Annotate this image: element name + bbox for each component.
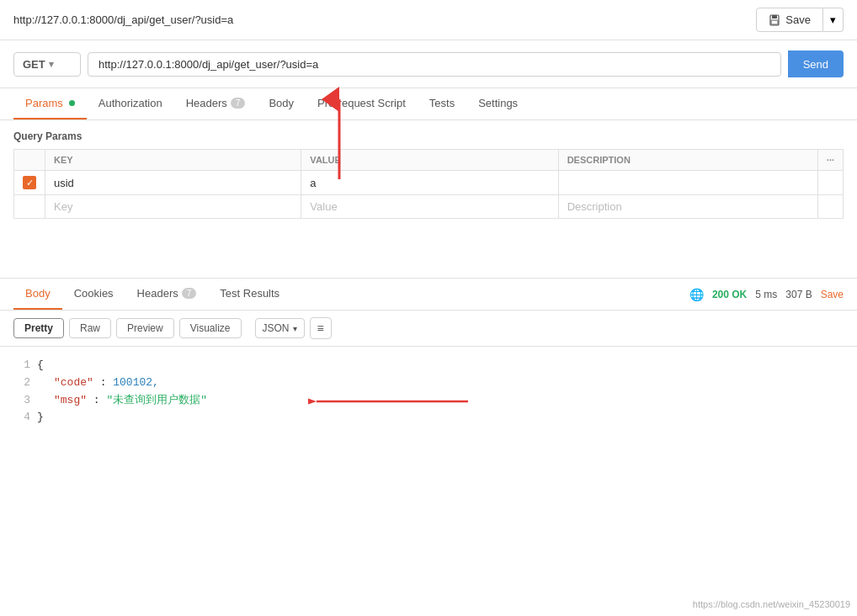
line-num-1: 1: [13, 357, 30, 374]
send-button[interactable]: Send: [788, 50, 844, 77]
svg-rect-2: [771, 20, 778, 24]
params-table-wrapper: KEY VALUE DESCRIPTION ··· ✓ usid a: [13, 149, 844, 278]
response-tab-body[interactable]: Body: [13, 279, 62, 310]
save-button[interactable]: Save: [756, 8, 823, 32]
format-pretty-button[interactable]: Pretty: [13, 318, 64, 338]
request-bar: GET ▾ Send: [0, 40, 857, 88]
code-line-1: 1 {: [13, 357, 844, 374]
row-checkbox-cell: ✓: [14, 171, 45, 195]
params-table: KEY VALUE DESCRIPTION ··· ✓ usid a: [13, 149, 844, 219]
svg-rect-1: [772, 15, 777, 19]
line-2-key: "code": [54, 376, 93, 389]
status-badge: 200 OK: [712, 289, 747, 300]
response-tabs-row: Body Cookies Headers 7 Test Results 🌐 20…: [0, 279, 857, 311]
format-bar: Pretty Raw Preview Visualize JSON ▾ ≡: [0, 311, 857, 347]
tab-headers[interactable]: Headers 7: [174, 88, 258, 119]
save-icon: [769, 14, 780, 26]
table-row: ✓ usid a: [14, 171, 844, 195]
line-3-val: "未查询到用户数据": [106, 394, 207, 406]
response-tab-cookies[interactable]: Cookies: [62, 279, 125, 310]
top-bar: http://127.0.0.1:8000/dj_api/get_user/?u…: [0, 0, 857, 40]
row-checkbox[interactable]: ✓: [23, 176, 36, 189]
desc-placeholder: Description: [567, 200, 622, 213]
params-dot: [69, 100, 75, 106]
code-line-3: 3 "msg" : "未查询到用户数据": [13, 392, 844, 410]
line-4-content: }: [37, 409, 44, 427]
tab-authorization[interactable]: Authorization: [87, 88, 174, 119]
query-params-section: Query Params KEY VALUE DESCRIPTION ··· ✓: [0, 120, 857, 278]
chevron-down-icon: ▾: [830, 13, 836, 26]
code-line-4: 4 }: [13, 409, 844, 427]
filter-button[interactable]: ≡: [310, 317, 332, 339]
json-chevron-icon: ▾: [293, 324, 297, 333]
line-num-2: 2: [13, 374, 30, 392]
line-2-colon: :: [100, 376, 107, 389]
json-type-label: JSON: [263, 322, 290, 334]
json-type-selector[interactable]: JSON ▾: [255, 318, 305, 338]
globe-icon: 🌐: [689, 288, 704, 301]
value-placeholder: Value: [310, 200, 337, 213]
empty-overflow-cell: [817, 195, 843, 219]
param-overflow-cell: [817, 171, 843, 195]
url-input[interactable]: [88, 52, 781, 77]
response-tab-test-results[interactable]: Test Results: [208, 279, 291, 310]
section-label: Query Params: [13, 130, 844, 142]
response-headers-badge: 7: [182, 288, 197, 299]
method-chevron-icon: ▾: [49, 59, 54, 70]
headers-badge: 7: [231, 98, 246, 109]
tab-params[interactable]: Params: [13, 88, 87, 119]
format-visualize-button[interactable]: Visualize: [179, 318, 242, 338]
line-2-val: 100102,: [113, 376, 159, 389]
col-header-checkbox: [14, 150, 45, 171]
col-header-overflow: ···: [817, 150, 843, 171]
param-key-cell[interactable]: usid: [45, 171, 301, 195]
empty-key-cell[interactable]: Key: [45, 195, 301, 219]
response-tabs: Body Cookies Headers 7 Test Results: [13, 279, 291, 310]
empty-desc-cell[interactable]: Description: [558, 195, 817, 219]
response-tab-headers[interactable]: Headers 7: [125, 279, 209, 310]
tab-prerequest[interactable]: Pre-request Script: [306, 88, 418, 119]
tab-settings[interactable]: Settings: [466, 88, 530, 119]
empty-checkbox-cell: [14, 195, 45, 219]
param-value-cell[interactable]: a: [301, 171, 558, 195]
response-size: 307 B: [785, 289, 812, 300]
line-3-key: "msg": [54, 394, 87, 406]
empty-value-cell[interactable]: Value: [301, 195, 558, 219]
response-time: 5 ms: [755, 289, 777, 300]
filter-icon: ≡: [317, 321, 324, 335]
top-url: http://127.0.0.1:8000/dj_api/get_user/?u…: [13, 13, 756, 26]
line-3-colon: :: [93, 394, 100, 406]
col-header-value: VALUE: [301, 150, 558, 171]
save-response-button[interactable]: Save: [821, 289, 844, 300]
response-section: Body Cookies Headers 7 Test Results 🌐 20…: [0, 278, 857, 437]
format-raw-button[interactable]: Raw: [69, 318, 111, 338]
request-tabs: Params Authorization Headers 7 Body Pre-…: [0, 88, 857, 120]
response-meta: 🌐 200 OK 5 ms 307 B Save: [689, 288, 844, 301]
method-selector[interactable]: GET ▾: [13, 52, 81, 77]
save-dropdown-button[interactable]: ▾: [823, 8, 844, 32]
col-header-desc: DESCRIPTION: [558, 150, 817, 171]
top-actions: Save ▾: [756, 8, 844, 32]
format-preview-button[interactable]: Preview: [116, 318, 174, 338]
line-num-4: 4: [13, 409, 30, 427]
key-placeholder: Key: [54, 200, 72, 213]
param-desc-cell[interactable]: [558, 171, 817, 195]
tab-body[interactable]: Body: [257, 88, 306, 119]
checkmark-icon: ✓: [26, 178, 34, 189]
tab-tests[interactable]: Tests: [418, 88, 466, 119]
code-area: 1 { 2 "code" : 100102, 3 "msg" : "未查询到用户…: [0, 347, 857, 437]
line-num-3: 3: [13, 392, 30, 410]
code-line-2: 2 "code" : 100102,: [13, 374, 844, 392]
col-header-key: KEY: [45, 150, 301, 171]
method-label: GET: [23, 58, 45, 71]
line-1-content: {: [37, 357, 44, 374]
table-empty-row: Key Value Description: [14, 195, 844, 219]
arrow-left-annotation: [308, 390, 476, 412]
arrow-spacer: [13, 219, 844, 278]
